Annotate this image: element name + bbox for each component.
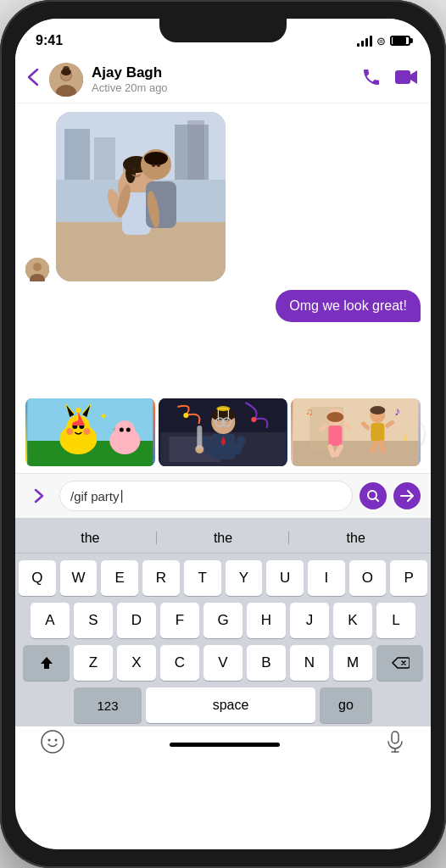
svg-point-31 <box>152 164 155 167</box>
svg-rect-13 <box>94 137 115 180</box>
message-input-bar: /gif party | <box>15 473 431 518</box>
svg-rect-68 <box>197 426 202 449</box>
keyboard-rows: Q W E R T Y U I O P A S D F G <box>15 554 431 726</box>
svg-text:♩: ♩ <box>404 433 408 442</box>
gif-grid: ✦ ✦ <box>15 392 431 473</box>
key-I[interactable]: I <box>308 560 345 596</box>
key-W[interactable]: W <box>60 560 98 596</box>
couple-photo <box>56 112 226 281</box>
back-button[interactable] <box>27 68 39 92</box>
space-key[interactable]: space <box>146 687 315 723</box>
key-G[interactable]: G <box>203 603 243 638</box>
key-B[interactable]: B <box>247 645 286 681</box>
key-N[interactable]: N <box>290 645 329 681</box>
numbers-key[interactable]: 123 <box>74 687 142 723</box>
shift-key[interactable] <box>23 645 70 681</box>
predictive-word-1[interactable]: the <box>24 527 157 549</box>
key-H[interactable]: H <box>247 603 286 638</box>
svg-point-72 <box>183 413 188 418</box>
send-button[interactable] <box>393 482 421 509</box>
key-T[interactable]: T <box>184 560 221 596</box>
phone-screen: 9:41 ⊜ <box>15 19 431 849</box>
key-D[interactable]: D <box>117 603 156 638</box>
svg-point-85 <box>371 406 386 415</box>
svg-point-30 <box>137 168 141 171</box>
svg-point-32 <box>157 164 160 167</box>
key-Z[interactable]: Z <box>74 645 113 681</box>
message-input[interactable]: /gif party | <box>59 481 353 511</box>
svg-point-49 <box>75 408 81 413</box>
chat-area: Omg we look great! <box>15 103 431 392</box>
svg-rect-79 <box>329 426 343 446</box>
svg-text:✦: ✦ <box>99 410 108 422</box>
contact-info: Ajay Bagh Active 20m ago <box>92 64 353 94</box>
delete-key[interactable] <box>376 645 423 681</box>
microphone-button[interactable] <box>385 730 405 759</box>
key-M[interactable]: M <box>333 645 372 681</box>
svg-point-73 <box>251 417 256 422</box>
sender-avatar <box>25 258 49 281</box>
cursor: | <box>120 488 124 504</box>
gif-search-button[interactable] <box>360 482 387 509</box>
key-S[interactable]: S <box>74 603 113 638</box>
call-button[interactable] <box>361 67 382 92</box>
key-K[interactable]: K <box>333 603 372 638</box>
expand-button[interactable] <box>25 482 53 509</box>
key-O[interactable]: O <box>349 560 387 596</box>
svg-point-54 <box>120 428 124 432</box>
video-call-button[interactable] <box>395 67 419 92</box>
key-Q[interactable]: Q <box>19 560 56 596</box>
svg-rect-6 <box>395 70 410 84</box>
predictive-word-2[interactable]: the <box>157 527 290 549</box>
svg-rect-12 <box>64 129 90 180</box>
outgoing-bubble: Omg we look great! <box>276 290 421 322</box>
gif-item-2[interactable] <box>159 398 288 466</box>
key-A[interactable]: A <box>31 603 70 638</box>
key-R[interactable]: R <box>142 560 180 596</box>
predictive-word-3[interactable]: the <box>289 527 422 549</box>
key-Y[interactable]: Y <box>226 560 263 596</box>
svg-point-78 <box>327 412 344 422</box>
wifi-icon: ⊜ <box>376 35 386 47</box>
svg-rect-15 <box>187 120 204 180</box>
go-key[interactable]: go <box>320 687 372 723</box>
svg-point-5 <box>61 69 71 75</box>
key-U[interactable]: U <box>266 560 304 596</box>
chat-header: Ajay Bagh Active 20m ago <box>15 56 431 103</box>
status-time: 9:41 <box>36 33 63 48</box>
key-F[interactable]: F <box>160 603 199 638</box>
contact-status: Active 20m ago <box>92 81 353 94</box>
input-gif-command: /gif party <box>70 489 120 504</box>
svg-point-46 <box>83 428 90 435</box>
keyboard-row-2: A S D F G H J K L <box>19 603 427 638</box>
gif-item-3[interactable]: ♪ ♫ ♩ <box>291 398 421 466</box>
gif-item-1[interactable]: ✦ ✦ <box>25 398 155 466</box>
predictive-bar: the the the <box>15 523 431 554</box>
svg-text:♫: ♫ <box>306 406 314 418</box>
svg-point-53 <box>114 420 135 441</box>
key-C[interactable]: C <box>160 645 199 681</box>
photo-bubble[interactable] <box>56 112 226 281</box>
key-P[interactable]: P <box>390 560 427 596</box>
status-icons: ⊜ <box>357 35 410 47</box>
keyboard-row-4: 123 space go <box>19 687 427 723</box>
contact-name: Ajay Bagh <box>92 64 353 81</box>
svg-point-20 <box>125 163 136 183</box>
contact-avatar[interactable] <box>49 63 83 97</box>
key-E[interactable]: E <box>101 560 138 596</box>
svg-rect-98 <box>392 732 399 743</box>
keyboard-row-3: Z X C V B N M <box>19 645 427 681</box>
svg-point-25 <box>144 152 168 165</box>
key-X[interactable]: X <box>117 645 156 681</box>
key-L[interactable]: L <box>376 603 415 638</box>
signal-icon <box>357 35 372 47</box>
key-J[interactable]: J <box>290 603 329 638</box>
emoji-button[interactable] <box>41 730 64 759</box>
svg-point-96 <box>48 739 51 742</box>
svg-point-29 <box>132 168 136 171</box>
keyboard-row-1: Q W E R T Y U I O P <box>19 560 427 596</box>
svg-point-8 <box>33 263 42 271</box>
key-V[interactable]: V <box>203 645 243 681</box>
keyboard: the the the Q W E R T Y U I O P <box>15 518 431 769</box>
home-indicator <box>170 743 280 747</box>
